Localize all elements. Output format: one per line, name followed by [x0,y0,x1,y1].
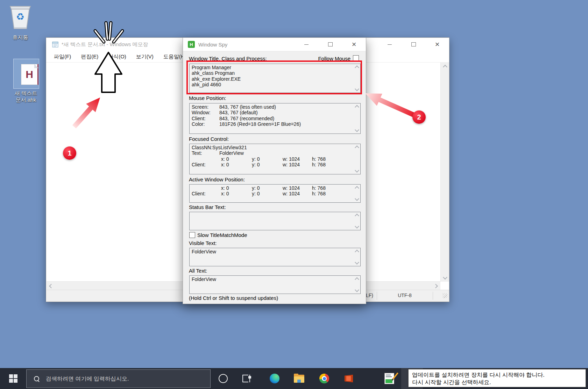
notepad-minimize-button[interactable] [378,38,402,51]
scroll-down-icon [443,275,447,280]
taskbar-search-box[interactable] [26,369,211,388]
visible-text-label: Visible Text: [189,240,217,246]
spy-close-button[interactable]: ✕ [342,38,366,51]
annotation-highlight-box [186,60,362,94]
task-view-icon [242,375,251,382]
status-bar-text-label: Status Bar Text: [189,204,226,210]
recycle-bin-shortcut[interactable]: ♻ 휴지통 [6,3,34,41]
editor-button[interactable] [378,368,400,389]
spy-status-bar-box[interactable] [189,212,361,230]
ahk-file-label: 새 텍스트 문서.ahk [3,90,49,103]
office-button[interactable] [338,368,360,389]
office-icon [345,374,353,383]
editor-icon [384,373,394,384]
task-view-button[interactable] [236,368,257,389]
status-encoding: UTF-8 [377,293,433,298]
ahk-icon-letter: H [26,69,33,80]
page-fold-icon [34,64,38,68]
spy-mouse-position-box[interactable]: Screen:843, 767 (less often used) Window… [189,103,361,134]
search-icon [34,376,40,382]
file-explorer-button[interactable] [288,368,310,389]
windows-logo-icon [9,374,17,383]
menu-file[interactable]: 파일(F) [49,51,76,62]
notepad-app-icon [52,41,59,48]
click-cursor-graphic [89,18,128,93]
close-icon: ✕ [352,42,356,48]
tooltip-line-1: 업데이트를 설치하려면 장치를 다시 시작해야 합니다. [412,371,582,379]
slow-titlematchmode-checkbox[interactable] [189,232,195,238]
step-badge-1: 1 [63,146,76,160]
resize-grip-icon[interactable] [442,293,447,298]
edge-icon [270,374,279,383]
autohotkey-icon: H [188,41,195,48]
menu-view[interactable]: 보기(V) [131,51,158,62]
recycle-symbol: ♻ [6,11,34,22]
window-spy-titlebar[interactable]: H Window Spy ✕ [183,38,366,51]
start-button[interactable] [0,368,26,389]
slow-titlematchmode-label: Slow TitleMatchMode [197,232,247,238]
active-window-position-label: Active Window Position: [189,177,245,182]
maximize-icon [328,42,333,46]
desktop: ♻ 휴지통 H 새 텍스트 문서.ahk *새 텍스트 문서.txt - Win… [0,0,588,389]
close-icon: ✕ [435,42,440,48]
all-text-label: All Text: [189,268,207,274]
focused-control-label: Focused Control: [189,136,229,142]
spy-minimize-button[interactable] [295,38,318,51]
search-input[interactable] [45,375,210,382]
status-separator [433,292,433,300]
spy-footer-note: (Hold Ctrl or Shift to suspend updates) [189,295,278,301]
update-tooltip: 업데이트를 설치하려면 장치를 다시 시작해야 합니다. 다시 시작할 시간을 … [408,369,586,387]
cortana-button[interactable] [212,368,234,389]
box-scrollbar[interactable] [354,103,360,134]
spy-maximize-button[interactable] [318,38,342,51]
notepad-vertical-scrollbar[interactable] [440,63,449,282]
minimize-icon [388,44,392,45]
spy-active-window-box[interactable]: x: 0y: 0w: 1024h: 768 Client:x: 0y: 0w: … [189,184,361,203]
ahk-file-icon: H [21,64,38,85]
spy-focused-control-box[interactable]: ClassNN:SysListView321 Text:FolderView x… [189,144,361,174]
recycle-bin-label: 휴지통 [6,34,34,41]
file-explorer-icon [294,375,304,383]
step-badge-2: 2 [412,110,426,124]
box-scrollbar[interactable] [354,276,360,294]
scroll-right-icon [433,284,438,288]
box-scrollbar[interactable] [354,144,360,174]
chrome-button[interactable] [313,368,335,389]
box-scrollbar[interactable] [354,212,360,230]
tooltip-line-2: 다시 시작할 시간을 선택하세요. [412,379,582,386]
box-scrollbar[interactable] [354,185,360,202]
cortana-icon [219,374,228,383]
window-spy-title: Window Spy [198,38,227,51]
notepad-maximize-button[interactable] [402,38,425,51]
notepad-close-button[interactable]: ✕ [425,38,449,51]
minimize-icon [304,44,309,45]
maximize-icon [411,42,416,46]
mouse-position-label: Mouse Position: [189,95,226,101]
spy-visible-text-box[interactable]: FolderView [189,248,361,266]
box-scrollbar[interactable] [354,248,360,266]
scroll-up-icon [443,65,447,69]
spy-all-text-box[interactable]: FolderView [189,275,361,294]
chrome-icon [319,374,329,383]
edge-button[interactable] [264,368,285,389]
scroll-left-icon [49,284,54,288]
